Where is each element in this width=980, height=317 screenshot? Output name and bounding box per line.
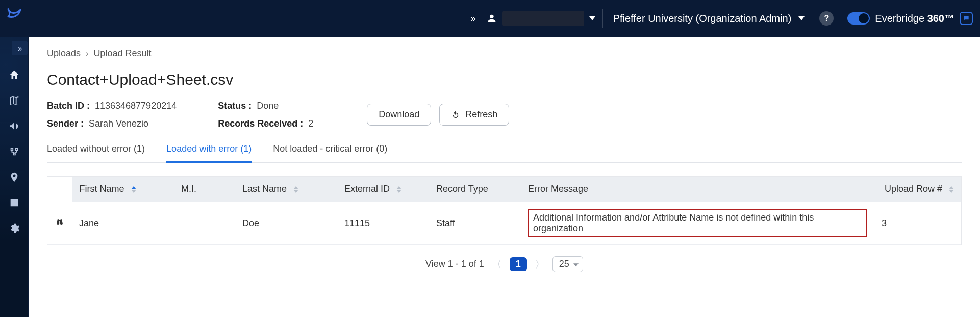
batch-id-value: 1136346877920214: [95, 101, 177, 111]
tab-without-error[interactable]: Loaded without error (1): [47, 143, 145, 162]
pager-next[interactable]: 〉: [535, 258, 544, 271]
col-view: [47, 177, 72, 202]
download-button[interactable]: Download: [367, 104, 431, 126]
sort-icon: [293, 186, 298, 193]
col-mi[interactable]: M.I.: [174, 177, 235, 202]
cell-upload-row: 3: [874, 202, 961, 245]
brand-suffix: 360™: [927, 13, 954, 24]
row-view-icon[interactable]: [47, 202, 72, 245]
map-icon[interactable]: [9, 95, 20, 106]
bullhorn-icon[interactable]: [9, 120, 20, 132]
caret-down-icon: [798, 16, 805, 20]
location-pin-icon[interactable]: [9, 172, 20, 183]
col-external-id[interactable]: External ID: [337, 177, 429, 202]
sender-label: Sender :: [47, 118, 84, 129]
pager-view-text: View 1 - 1 of 1: [425, 259, 484, 270]
col-last-name[interactable]: Last Name: [235, 177, 337, 202]
error-message-box: Additional Information and/or Attribute …: [528, 209, 867, 237]
results-table: First Name M.I. Last Name Ex: [47, 177, 961, 245]
org-label: Pfieffer University (Organization Admin): [613, 13, 792, 25]
result-tabs: Loaded without error (1) Loaded with err…: [47, 143, 962, 163]
gear-icon[interactable]: [9, 223, 20, 234]
page-title: Contact+Upload+Sheet.csv: [47, 71, 962, 88]
col-first-name[interactable]: First Name: [72, 177, 174, 202]
refresh-icon: [451, 110, 460, 119]
status-value: Done: [257, 101, 279, 111]
sidebar-expand-button[interactable]: »: [12, 41, 28, 55]
pager: View 1 - 1 of 1 〈 1 〉 25: [47, 256, 962, 272]
cell-error-message: Additional Information and/or Attribute …: [521, 202, 874, 245]
col-upload-row[interactable]: Upload Row #: [874, 177, 961, 202]
results-table-wrap: First Name M.I. Last Name Ex: [47, 176, 962, 245]
cell-record-type: Staff: [429, 202, 521, 245]
sort-icon: [949, 186, 954, 193]
bar-chart-icon[interactable]: [9, 197, 20, 208]
workflow-icon[interactable]: [9, 146, 20, 157]
caret-down-icon: [589, 16, 595, 20]
breadcrumb-root[interactable]: Uploads: [47, 48, 81, 59]
binoculars-icon: [55, 217, 65, 227]
chat-icon[interactable]: [960, 12, 973, 25]
help-icon[interactable]: ?: [819, 11, 834, 26]
pager-size-select[interactable]: 25: [552, 256, 583, 272]
records-label: Records Received :: [218, 118, 303, 129]
user-name-redacted: [502, 11, 584, 26]
breadcrumb-current: Upload Result: [93, 48, 151, 59]
sender-value: Sarah Venezio: [89, 118, 148, 129]
refresh-button[interactable]: Refresh: [439, 104, 509, 126]
breadcrumb: Uploads › Upload Result: [47, 48, 962, 59]
brand-toggle-area: Everbridge 360™: [842, 12, 980, 25]
cell-external-id: 11115: [337, 202, 429, 245]
col-error-message[interactable]: Error Message: [521, 177, 874, 202]
col-record-type[interactable]: Record Type: [429, 177, 521, 202]
person-icon: [486, 13, 497, 24]
sidebar: »: [0, 37, 29, 317]
cell-first-name: Jane: [72, 202, 174, 245]
cell-mi: [174, 202, 235, 245]
chevron-right-icon: ›: [86, 49, 88, 58]
table-row: Jane Doe 11115 Staff Additional Informat…: [47, 202, 961, 245]
status-label: Status :: [218, 101, 252, 111]
tab-not-loaded[interactable]: Not loaded - critical error (0): [273, 143, 387, 162]
brand-prefix: Everbridge: [875, 13, 924, 24]
app-logo[interactable]: [0, 0, 28, 37]
sort-icon: [396, 186, 401, 193]
tab-with-error[interactable]: Loaded with error (1): [166, 143, 252, 163]
org-switcher[interactable]: Pfieffer University (Organization Admin): [607, 13, 811, 25]
batch-id-label: Batch ID :: [47, 101, 90, 111]
sort-icon: [131, 186, 136, 193]
cell-last-name: Doe: [235, 202, 337, 245]
more-chevrons-icon[interactable]: »: [464, 13, 483, 24]
main-content: Uploads › Upload Result Contact+Upload+S…: [29, 37, 980, 317]
records-value: 2: [308, 118, 313, 129]
pager-current-page[interactable]: 1: [510, 257, 527, 271]
topbar: » Pfieffer University (Organization Admi…: [0, 0, 980, 37]
user-menu[interactable]: [483, 11, 598, 26]
home-icon[interactable]: [9, 69, 20, 81]
pager-prev[interactable]: 〈: [492, 258, 501, 271]
mode-toggle[interactable]: [847, 12, 870, 25]
